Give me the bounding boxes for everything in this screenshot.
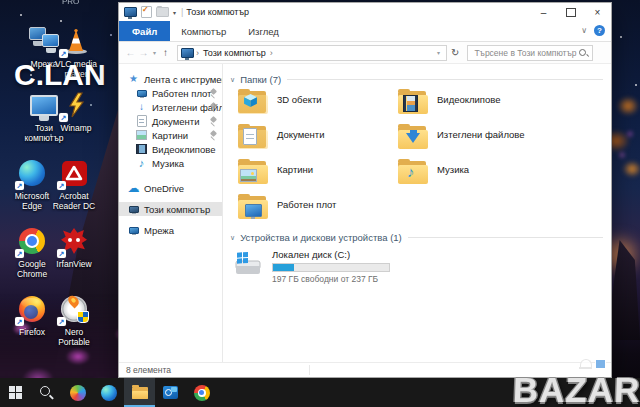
folders-grid: 3D обекти Документи	[230, 90, 603, 230]
sidebar-item-desktop[interactable]: Работен плот	[119, 86, 222, 100]
sidebar-item-label: Картини	[152, 130, 188, 141]
taskbar-file-explorer-button[interactable]	[124, 378, 155, 407]
watermark-chip	[595, 359, 606, 369]
desktop-icon-label: IrfanView	[48, 259, 100, 269]
onedrive-icon: ☁	[128, 183, 139, 194]
desktop-icon-label: Acrobat Reader DC	[48, 191, 100, 211]
drive-tile-c[interactable]: Локален диск (C:) 197 ГБ свободни от 237…	[230, 249, 603, 284]
back-button[interactable]: ←	[124, 47, 137, 58]
folder-icon	[238, 195, 268, 219]
pin-icon	[210, 116, 217, 126]
folder-icon	[238, 160, 268, 184]
desktop-icon-irfanview[interactable]: ↗ IrfanView	[48, 226, 100, 269]
taskbar-chrome-button[interactable]	[186, 378, 217, 407]
collapse-group-icon[interactable]: ∨	[230, 76, 235, 84]
up-button[interactable]: ↑	[159, 47, 172, 58]
sidebar-item-label: Лента с инструменти	[144, 74, 222, 85]
this-pc-icon	[124, 7, 137, 17]
chrome-icon: ↗	[17, 226, 47, 256]
folder-tile-pictures[interactable]: Картини	[230, 160, 390, 195]
maximize-button[interactable]	[557, 3, 584, 21]
address-bar[interactable]: › Този компютър › ▾	[177, 45, 447, 61]
breadcrumb[interactable]: Този компютър	[203, 48, 266, 58]
drive-info: Локален диск (C:) 197 ГБ свободни от 237…	[272, 249, 390, 284]
folder-tile-music[interactable]: ♪ Музика	[390, 160, 603, 195]
firefox-icon: ↗	[17, 294, 47, 324]
edge-icon	[101, 385, 117, 401]
folder-tile-documents[interactable]: Документи	[230, 125, 390, 160]
search-input[interactable]	[472, 47, 579, 59]
sidebar-item-quick-access[interactable]: ★ Лента с инструменти	[119, 72, 222, 86]
desktop-icon-acrobat[interactable]: ↗ Acrobat Reader DC	[48, 158, 100, 211]
close-button[interactable]: ×	[584, 3, 611, 21]
window-title: Този компютър	[186, 7, 249, 17]
taskbar-outlook-button[interactable]	[155, 378, 186, 407]
watermark-clan: C.LAN	[14, 58, 106, 92]
sidebar-item-downloads[interactable]: ↓ Изтеглени файлс	[119, 100, 222, 114]
group-header-rule	[287, 79, 603, 80]
folder-name: Изтеглени файлове	[437, 129, 525, 140]
documents-icon	[136, 116, 147, 127]
disk-usage-bar	[272, 263, 390, 272]
sidebar-item-onedrive[interactable]: ☁ OneDrive	[119, 181, 222, 195]
collapse-group-icon[interactable]: ∨	[230, 234, 235, 242]
taskbar-edge-button[interactable]	[93, 378, 124, 407]
tab-file[interactable]: Файл	[119, 21, 170, 41]
items-count: 8 елемента	[126, 365, 171, 375]
group-header-folders[interactable]: ∨ Папки (7)	[230, 74, 603, 85]
taskbar-copilot-button[interactable]	[62, 378, 93, 407]
this-pc-icon	[128, 204, 139, 215]
help-icon[interactable]: ?	[594, 25, 605, 36]
folder-name: Картини	[277, 164, 313, 175]
sidebar-item-this-pc[interactable]: Този компютър	[119, 202, 222, 216]
pin-icon	[210, 130, 217, 140]
sidebar-item-network[interactable]: Мрежа	[119, 223, 222, 237]
folder-icon	[238, 90, 268, 114]
search-icon	[40, 386, 53, 400]
folder-name: Работен плот	[277, 199, 336, 210]
address-dropdown-icon[interactable]: ▾	[434, 49, 443, 56]
sidebar-item-label: Този компютър	[144, 204, 210, 215]
folder-tile-videos[interactable]: Видеоклипове	[390, 90, 603, 125]
shortcut-arrow-icon: ↗	[15, 317, 24, 326]
sidebar-item-label: Видеоклипове	[152, 144, 216, 155]
search-icon	[579, 48, 588, 58]
folder-tile-3d-objects[interactable]: 3D обекти	[230, 90, 390, 125]
desktop-icon-nero[interactable]: ↗ Nero Portable	[48, 294, 100, 347]
forward-button[interactable]: →	[137, 47, 150, 58]
group-header-devices[interactable]: ∨ Устройства и дискови устройства (1)	[230, 232, 603, 243]
pictures-glyph	[240, 169, 257, 182]
refresh-icon[interactable]: ↻	[451, 47, 459, 58]
properties-icon[interactable]	[141, 6, 152, 18]
desktop-icon-winamp[interactable]: ↗ Winamp	[50, 90, 102, 133]
tab-view[interactable]: Изглед	[237, 21, 290, 41]
taskbar-search-button[interactable]	[31, 378, 62, 407]
windows-logo-icon	[9, 386, 22, 399]
recent-locations-icon[interactable]: ▾	[150, 49, 159, 56]
vlc-icon: ↗	[61, 26, 91, 56]
start-button[interactable]	[0, 378, 31, 407]
sidebar-item-documents[interactable]: Документи	[119, 114, 222, 128]
music-icon: ♪	[136, 158, 147, 169]
sidebar-item-pictures[interactable]: Картини	[119, 128, 222, 142]
crumb-separator-icon[interactable]: ›	[270, 48, 273, 58]
sidebar-item-videos[interactable]: Видеоклипове	[119, 142, 222, 156]
folder-icon	[238, 125, 268, 149]
shortcut-arrow-icon: ↗	[57, 317, 66, 326]
search-box[interactable]	[467, 45, 593, 61]
group-header-label: Папки (7)	[240, 74, 281, 85]
drive-name: Локален диск (C:)	[272, 249, 350, 260]
shortcut-arrow-icon: ↗	[59, 113, 68, 122]
sidebar-item-music[interactable]: ♪ Музика	[119, 156, 222, 170]
new-folder-icon[interactable]	[156, 7, 169, 17]
minimize-button[interactable]: –	[530, 3, 557, 21]
edge-icon: ↗	[17, 158, 47, 188]
folder-tile-desktop[interactable]: Работен плот	[230, 195, 390, 230]
expand-ribbon-icon[interactable]: ∨	[581, 26, 587, 35]
partial-top-label: PRO	[62, 0, 79, 6]
qat-dropdown-icon[interactable]: ▾	[173, 9, 176, 16]
tab-computer[interactable]: Компютър	[170, 21, 237, 41]
desktop-icon	[136, 88, 147, 99]
folder-tile-downloads[interactable]: Изтеглени файлове	[390, 125, 603, 160]
sidebar-item-label: Документи	[152, 116, 199, 127]
